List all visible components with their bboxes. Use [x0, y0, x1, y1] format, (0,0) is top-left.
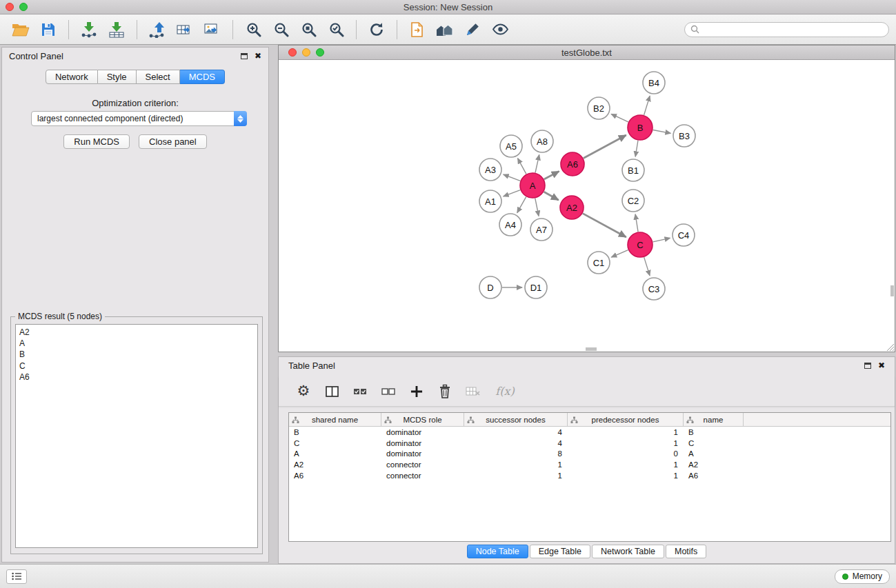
horizontal-scroll-mark[interactable] — [586, 347, 597, 351]
node-table[interactable]: shared nameMCDS rolesuccessor nodesprede… — [288, 412, 891, 542]
node-B2[interactable]: B2 — [588, 97, 610, 119]
run-mcds-button[interactable]: Run MCDS — [63, 134, 130, 149]
node-A6[interactable]: A6 — [561, 152, 584, 176]
close-panel-button[interactable]: Close panel — [139, 134, 207, 149]
edge-A2-C[interactable] — [583, 214, 626, 237]
refresh-view-button[interactable] — [366, 19, 388, 41]
edge-C-C1[interactable] — [611, 250, 628, 257]
column-header-name[interactable]: name — [684, 413, 744, 426]
edge-C-C2[interactable] — [635, 214, 638, 232]
node-C4[interactable]: C4 — [673, 224, 695, 246]
search-box[interactable] — [684, 22, 889, 37]
table-row[interactable]: Bdominator41B — [289, 427, 890, 438]
close-panel-icon[interactable]: ✖ — [255, 51, 261, 61]
zoom-fit-button[interactable] — [297, 19, 319, 41]
node-B4[interactable]: B4 — [643, 72, 665, 94]
result-item[interactable]: A — [19, 338, 254, 349]
node-A8[interactable]: A8 — [531, 130, 553, 152]
choose-columns-button[interactable] — [323, 383, 340, 400]
resize-grip[interactable] — [885, 342, 894, 351]
tab-network-table[interactable]: Network Table — [592, 545, 664, 558]
node-C[interactable]: C — [628, 232, 653, 257]
table-settings-button[interactable]: ⚙ — [295, 383, 312, 400]
import-network-button[interactable] — [78, 19, 100, 41]
deselect-all-rows-button[interactable] — [380, 383, 397, 400]
delete-column-button[interactable] — [437, 383, 453, 400]
export-image-button[interactable] — [201, 19, 223, 41]
column-header-MCDS-role[interactable]: MCDS role — [381, 413, 464, 426]
zoom-in-button[interactable] — [242, 19, 264, 41]
edge-B-B1[interactable] — [635, 141, 638, 156]
vertical-scroll-mark[interactable] — [890, 285, 894, 296]
show-hide-graphics-button[interactable] — [489, 19, 511, 41]
network-canvas[interactable]: B4B2BB3A5A8A6B1A3AC2A1A2A4A7C4CC1C3DD1 — [279, 60, 895, 351]
export-network-button[interactable] — [146, 19, 168, 41]
edge-A-A8[interactable] — [535, 155, 539, 173]
open-session-button[interactable] — [10, 19, 32, 41]
table-row[interactable]: Adominator80A — [289, 449, 890, 460]
node-A5[interactable]: A5 — [500, 135, 522, 157]
tab-mcds[interactable]: MCDS — [180, 70, 225, 84]
node-A4[interactable]: A4 — [499, 214, 521, 236]
select-all-rows-button[interactable] — [352, 383, 368, 400]
create-column-button[interactable] — [408, 383, 425, 400]
result-item[interactable]: A2 — [19, 327, 254, 338]
node-B1[interactable]: B1 — [622, 159, 644, 181]
save-session-button[interactable] — [37, 19, 59, 41]
edge-B-B2[interactable] — [611, 114, 628, 122]
node-D[interactable]: D — [479, 276, 501, 298]
edge-A-A6[interactable] — [544, 171, 559, 179]
column-header-shared-name[interactable]: shared name — [289, 413, 381, 426]
tab-style[interactable]: Style — [98, 70, 137, 84]
node-A7[interactable]: A7 — [530, 219, 552, 241]
edge-A6-B[interactable] — [584, 135, 626, 158]
network-snapshot-button[interactable] — [406, 19, 428, 41]
tab-node-table[interactable]: Node Table — [467, 545, 528, 558]
node-C1[interactable]: C1 — [588, 252, 610, 274]
node-C3[interactable]: C3 — [643, 278, 665, 300]
edge-A-A1[interactable] — [504, 190, 521, 196]
search-input[interactable] — [703, 25, 883, 34]
import-table-button[interactable] — [106, 19, 128, 41]
table-row[interactable]: Cdominator41C — [289, 438, 890, 449]
node-A1[interactable]: A1 — [479, 190, 501, 212]
edge-A-A3[interactable] — [504, 174, 521, 181]
node-D1[interactable]: D1 — [525, 276, 547, 298]
zoom-out-button[interactable] — [270, 19, 292, 41]
node-A2[interactable]: A2 — [560, 196, 584, 219]
result-item[interactable]: A6 — [19, 372, 254, 383]
edge-B-B3[interactable] — [653, 130, 671, 134]
zoom-selected-button[interactable] — [325, 19, 347, 41]
table-row[interactable]: A6connector11A6 — [289, 470, 890, 481]
edge-C-C4[interactable] — [653, 238, 670, 242]
export-table-button[interactable] — [174, 19, 196, 41]
criterion-select[interactable]: largest connected component (directed) — [31, 111, 247, 126]
first-neighbors-button[interactable] — [434, 19, 456, 41]
annotation-pen-button[interactable] — [461, 19, 484, 41]
function-builder-button[interactable]: f(x) — [493, 383, 517, 400]
result-item[interactable]: B — [19, 349, 254, 360]
float-table-panel-icon[interactable] — [864, 363, 871, 369]
result-item[interactable]: C — [19, 361, 254, 372]
tab-edge-table[interactable]: Edge Table — [530, 545, 590, 558]
close-table-panel-icon[interactable]: ✖ — [878, 361, 885, 370]
edge-A-A2[interactable] — [544, 192, 559, 200]
tab-network[interactable]: Network — [46, 70, 98, 84]
edge-A-A4[interactable] — [517, 197, 526, 213]
table-row[interactable]: A2connector11A2 — [289, 459, 890, 470]
column-header-successor-nodes[interactable]: successor nodes — [464, 413, 568, 426]
memory-button[interactable]: Memory — [835, 569, 890, 584]
node-A3[interactable]: A3 — [479, 159, 501, 181]
delete-table-button[interactable] — [465, 383, 481, 400]
edge-A-A5[interactable] — [518, 159, 526, 174]
column-header-predecessor-nodes[interactable]: predecessor nodes — [568, 413, 684, 426]
tab-motifs[interactable]: Motifs — [666, 545, 706, 558]
float-panel-icon[interactable] — [241, 53, 248, 59]
node-B[interactable]: B — [628, 115, 653, 140]
edge-B-B4[interactable] — [644, 96, 650, 115]
mcds-result-list[interactable]: A2ABCA6 — [15, 324, 258, 548]
tab-select[interactable]: Select — [137, 70, 180, 84]
node-A[interactable]: A — [520, 173, 545, 198]
edge-A-A7[interactable] — [535, 199, 539, 216]
edge-C-C3[interactable] — [644, 257, 650, 276]
